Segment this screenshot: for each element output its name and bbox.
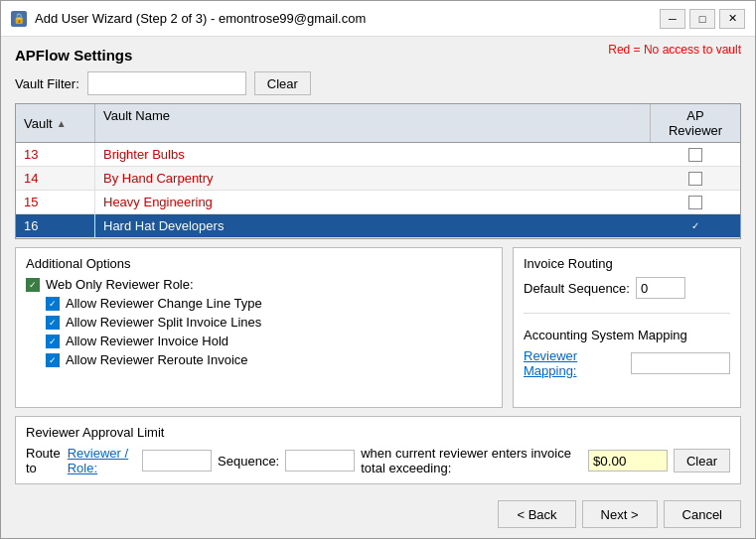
cell-reviewer-13	[651, 144, 740, 166]
web-only-checkbox[interactable]	[26, 278, 40, 292]
close-button[interactable]: ✕	[719, 9, 745, 29]
bottom-section: Additional Options Web Only Reviewer Rol…	[15, 247, 741, 408]
cell-name-13: Brighter Bulbs	[95, 143, 651, 166]
cell-vault-16: 16	[16, 214, 95, 237]
table-row[interactable]: 15 Heavy Engineering	[16, 191, 740, 214]
th-vault-name: Vault Name	[95, 104, 651, 142]
vault-filter-row: Vault Filter: Clear	[15, 71, 741, 95]
approval-row: Route to Reviewer / Role: Sequence: when…	[26, 446, 730, 475]
reviewer-checkbox-14[interactable]	[688, 172, 702, 186]
cancel-button[interactable]: Cancel	[664, 500, 741, 528]
divider	[524, 313, 730, 314]
additional-options-title: Additional Options	[26, 256, 492, 271]
accounting-title: Accounting System Mapping	[524, 328, 730, 342]
main-content: APFlow Settings Red = No access to vault…	[1, 37, 755, 494]
cell-vault-14: 14	[16, 167, 95, 190]
main-window: 🔒 Add User Wizard (Step 2 of 3) - emontr…	[0, 0, 756, 539]
table-header: Vault ▲ Vault Name AP Reviewer	[16, 104, 740, 143]
reviewer-mapping-input[interactable]	[631, 352, 730, 374]
approval-clear-button[interactable]: Clear	[674, 449, 730, 472]
vault-table: Vault ▲ Vault Name AP Reviewer 13 Bright…	[15, 103, 741, 239]
default-sequence-label: Default Sequence:	[524, 281, 630, 296]
invoice-routing-title: Invoice Routing	[524, 256, 730, 271]
th-vault: Vault ▲	[16, 104, 95, 142]
vault-filter-input[interactable]	[87, 71, 246, 95]
option-row-0: Allow Reviewer Change Line Type	[46, 296, 492, 311]
default-sequence-input[interactable]	[636, 277, 685, 299]
table-row-selected[interactable]: 16 Hard Hat Developers	[16, 214, 740, 238]
page-title: APFlow Settings	[15, 47, 132, 64]
footer: < Back Next > Cancel	[1, 494, 755, 538]
reviewer-role-input[interactable]	[142, 450, 212, 472]
window-controls: ─ □ ✕	[660, 9, 745, 29]
reviewer-mapping-link[interactable]: Reviewer Mapping:	[524, 348, 625, 378]
cell-name-15: Heavy Engineering	[95, 191, 651, 213]
web-only-row: Web Only Reviewer Role:	[26, 277, 492, 292]
default-sequence-row: Default Sequence:	[524, 277, 730, 299]
sub-options: Allow Reviewer Change Line Type Allow Re…	[46, 296, 492, 367]
option-checkbox-1[interactable]	[46, 316, 60, 330]
option-row-2: Allow Reviewer Invoice Hold	[46, 334, 492, 348]
option-row-1: Allow Reviewer Split Invoice Lines	[46, 315, 492, 330]
option-label-1: Allow Reviewer Split Invoice Lines	[66, 315, 261, 330]
app-icon: 🔒	[11, 11, 27, 27]
window-title: Add User Wizard (Step 2 of 3) - emontros…	[35, 11, 366, 26]
option-checkbox-3[interactable]	[46, 353, 60, 367]
cell-reviewer-16	[651, 215, 740, 237]
invoice-routing-panel: Invoice Routing Default Sequence: Accoun…	[513, 247, 741, 408]
reviewer-checkbox-16[interactable]	[688, 219, 702, 233]
sort-arrow-icon: ▲	[57, 118, 67, 129]
additional-options-panel: Additional Options Web Only Reviewer Rol…	[15, 247, 503, 408]
minimize-button[interactable]: ─	[660, 9, 685, 29]
option-label-2: Allow Reviewer Invoice Hold	[66, 334, 228, 348]
th-ap-reviewer: AP Reviewer	[651, 104, 740, 142]
table-row[interactable]: 14 By Hand Carpentry	[16, 167, 740, 191]
reviewer-role-link[interactable]: Reviewer / Role:	[68, 446, 136, 475]
route-to-label: Route to	[26, 446, 62, 475]
cell-name-16: Hard Hat Developers	[95, 214, 651, 237]
next-button[interactable]: Next >	[582, 500, 658, 528]
option-row-3: Allow Reviewer Reroute Invoice	[46, 352, 492, 367]
maximize-button[interactable]: □	[689, 9, 715, 29]
vault-filter-label: Vault Filter:	[15, 76, 79, 91]
sequence-input[interactable]	[285, 450, 355, 472]
reviewer-checkbox-13[interactable]	[688, 148, 702, 162]
amount-input[interactable]	[588, 450, 668, 472]
reviewer-mapping-row: Reviewer Mapping:	[524, 348, 730, 378]
invoice-routing-section: Invoice Routing Default Sequence:	[524, 256, 730, 299]
reviewer-checkbox-15[interactable]	[688, 196, 702, 209]
reviewer-approval-panel: Reviewer Approval Limit Route to Reviewe…	[15, 416, 741, 484]
reviewer-approval-title: Reviewer Approval Limit	[26, 425, 730, 440]
cell-reviewer-14	[651, 168, 740, 190]
title-bar-left: 🔒 Add User Wizard (Step 2 of 3) - emontr…	[11, 11, 366, 27]
accounting-mapping-section: Accounting System Mapping Reviewer Mappi…	[524, 328, 730, 378]
vault-filter-clear-button[interactable]: Clear	[254, 71, 311, 95]
table-body: 13 Brighter Bulbs 14 By Hand Carpentry	[16, 143, 740, 238]
web-only-label: Web Only Reviewer Role:	[46, 277, 194, 292]
red-note: Red = No access to vault	[608, 43, 741, 57]
option-label-3: Allow Reviewer Reroute Invoice	[66, 352, 248, 367]
sequence-label: Sequence:	[218, 454, 279, 469]
cell-name-14: By Hand Carpentry	[95, 167, 651, 190]
cell-reviewer-15	[651, 192, 740, 213]
when-label: when current reviewer enters invoice tot…	[361, 446, 582, 475]
option-label-0: Allow Reviewer Change Line Type	[66, 296, 262, 311]
option-checkbox-0[interactable]	[46, 297, 60, 311]
cell-vault-13: 13	[16, 143, 95, 166]
option-checkbox-2[interactable]	[46, 335, 60, 348]
table-row[interactable]: 13 Brighter Bulbs	[16, 143, 740, 167]
back-button[interactable]: < Back	[498, 500, 575, 528]
cell-vault-15: 15	[16, 191, 95, 213]
title-bar: 🔒 Add User Wizard (Step 2 of 3) - emontr…	[1, 1, 755, 37]
